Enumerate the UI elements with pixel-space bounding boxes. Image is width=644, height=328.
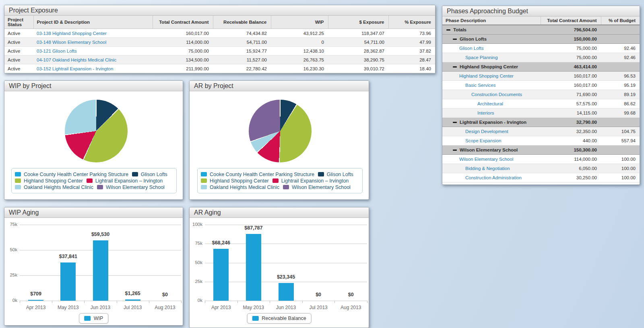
percent-of-budget: 557.94 [601,136,640,145]
wip-pie-legend: Cooke County Health Center Parking Struc… [11,168,177,193]
phase-link[interactable]: Interiors [477,111,494,115]
phase-link[interactable]: Space Planning [465,55,498,60]
project-link[interactable]: 03-152 Lightrail Expansion - Irvington [37,66,114,71]
project-link[interactable]: 04-107 Oakland Heights Medical Clinic [37,57,116,62]
wip-pie-chart[interactable] [65,100,128,162]
dollar-exposure: 28,362.87 [328,47,388,55]
table-row: Glison Lofts 150,000.00 [442,34,640,43]
receivable-balance: 74,434.82 [213,29,271,38]
y-axis-label: 50k [190,260,202,265]
chart-legend[interactable]: Receivable Balance [247,313,312,324]
table-row: Active 03-121 Glison Lofts 75,000.00 15,… [4,47,435,55]
group-label: Highland Shopping Center [460,64,518,69]
table-row: Active 04-107 Oakland Heights Medical Cl… [4,55,435,64]
phase-link[interactable]: Design Development [465,129,508,134]
legend-item[interactable]: Glison Lofts [132,172,167,177]
legend-item[interactable]: Glison Lofts [318,172,353,177]
bar[interactable] [28,300,43,301]
total-contract-amount: 440.00 [541,136,601,145]
table-row: Active 03-138 Highland Shopping Center 1… [4,29,435,38]
bar[interactable] [213,249,229,301]
percent-exposure: 37.82 [388,47,435,55]
project-link[interactable]: 03-121 Glison Lofts [37,49,77,53]
ar-by-project-title: AR by Project [190,81,369,91]
legend-item[interactable]: Lightrail Expansion – Irvington [87,178,163,184]
phase-link[interactable]: Scope Expansion [465,138,502,143]
legend-item[interactable]: Wilson Elementary School [97,184,165,190]
collapse-icon[interactable] [453,150,457,151]
legend-item[interactable]: Oakland Heights Medical Clinic [201,184,279,190]
bar-value-label: $59,530 [76,232,125,237]
chart-legend[interactable]: WIP [79,313,109,324]
column-header: Receivable Balance [213,16,271,29]
percent-of-budget [601,145,640,154]
table-row: Scope Expansion 440.00 557.94 [442,136,640,145]
legend-swatch-icon [15,178,21,183]
project-link[interactable]: 03-138 Highland Shopping Center [37,31,107,36]
legend-swatch-icon [84,316,91,321]
legend-item[interactable]: Oakland Heights Medical Clinic [15,184,93,190]
percent-of-budget: 96.53 [601,71,640,80]
phase-link[interactable]: Highland Shopping Center [459,74,514,78]
total-contract-amount: 796,504.00 [541,25,601,34]
bar[interactable] [246,234,261,301]
percent-of-budget: 92.46 [601,43,640,53]
percent-of-budget: 92.46 [601,53,640,62]
collapse-icon[interactable] [453,66,457,68]
legend-item[interactable]: Highland Shopping Center [201,178,269,184]
x-axis-tick [20,301,20,303]
ar-pie-chart[interactable] [249,100,312,162]
legend-item[interactable]: Wilson Elementary School [283,184,351,190]
collapse-icon[interactable] [453,122,457,123]
legend-item[interactable]: Lightrail Expansion – Irvington [272,178,349,184]
project-exposure-header-row: ProjectStatusProject ID & DescriptionTot… [4,16,435,29]
table-row: Wilson Elementary School 150,300.00 [442,145,640,154]
collapse-icon[interactable] [446,29,450,31]
phase-link[interactable]: Construction Documents [471,92,522,97]
x-axis-category-label: Aug 2013 [333,305,369,310]
legend-item[interactable]: Highland Shopping Center [15,178,83,184]
table-row: Bidding & Negotiation 6,050.00 100.00 [442,164,640,173]
legend-item[interactable]: Cooke County Health Center Parking Struc… [15,172,128,177]
group-label: Totals [453,27,466,32]
phase-link[interactable]: Architectural [477,101,503,106]
collapse-icon[interactable] [453,39,457,40]
bar-value-label: $23,345 [262,274,310,280]
x-axis-category-label: Aug 2013 [147,305,183,310]
phase-link[interactable]: Bidding & Negotiation [465,166,510,171]
column-header: Project ID & Description [33,16,153,29]
table-row: Construction Documents 71,690.00 89.19 [442,90,640,99]
legend-label: Oakland Heights Medical Clinic [24,184,93,190]
bar[interactable] [60,262,76,301]
phase-link[interactable]: Glison Lofts [459,46,484,51]
legend-item[interactable]: Cooke County Health Center Parking Struc… [201,172,314,177]
percent-exposure: 47.99 [388,38,435,47]
bar[interactable] [125,299,140,301]
gridline [20,301,181,301]
legend-swatch-icon [132,172,138,176]
total-contract-amount: 6,050.00 [541,164,601,173]
legend-label: Lightrail Expansion – Irvington [281,178,349,184]
table-row: Glison Lofts 75,000.00 92.46 [442,43,640,53]
project-link-cell: 04-107 Oakland Heights Medical Clinic [33,55,153,64]
total-contract-amount: 114,000.00 [541,154,601,164]
phase-link[interactable]: Wilson Elementary School [459,157,513,162]
legend-label: Wilson Elementary School [292,184,351,190]
dashboard: { "project_exposure": { "title": "Projec… [0,0,644,328]
project-link[interactable]: 03-148 Wilson Elementary School [37,40,106,45]
total-contract-amount: 150,300.00 [541,145,601,154]
x-axis-tick [149,301,149,303]
bar[interactable] [93,240,108,301]
y-axis-label: 25k [190,279,202,284]
percent-of-budget: 99.68 [601,108,640,117]
bar[interactable] [279,283,294,301]
percent-of-budget [601,62,640,71]
project-status: Active [4,55,33,64]
x-axis-tick [334,301,335,303]
phase-link[interactable]: Basic Services [465,83,495,88]
phase-link[interactable]: Construction Administration [465,175,522,180]
phases-budget-body: Totals 796,504.00 Glison Lofts 150,000.0… [442,25,640,182]
legend-label: Highland Shopping Center [210,178,269,184]
phase-description: Glison Lofts [442,43,541,53]
gridline [205,301,367,301]
